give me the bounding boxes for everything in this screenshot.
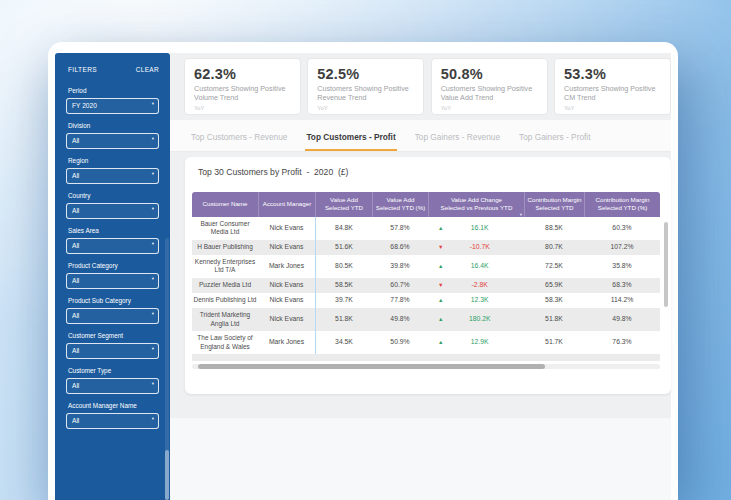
column-header-contribution-margin-selected-ytd[interactable]: Contribution Margin Selected YTD (%): [584, 192, 660, 217]
kpi-value: 50.8%: [441, 66, 538, 82]
filter-dropdown[interactable]: All ▾: [66, 238, 159, 254]
filter-dropdown[interactable]: All ▾: [66, 308, 159, 324]
kpi-label: Customers Showing Positive Volume Trend: [194, 84, 291, 103]
filter-division: Division All ▾: [66, 122, 159, 149]
table-horizontal-scrollbar: [192, 364, 660, 369]
cell-customer-name: Dennis Publishing Ltd: [192, 293, 258, 308]
column-header-account-manager[interactable]: Account Manager: [258, 192, 315, 217]
filter-label: Product Sub Category: [68, 297, 159, 304]
filter-dropdown[interactable]: All ▾: [66, 168, 159, 184]
tab-top-customers-profit[interactable]: Top Customers - Profit: [305, 123, 396, 151]
filter-value: All: [72, 417, 153, 424]
filter-dropdown[interactable]: All ▾: [66, 273, 159, 289]
cell-contribution-margin-ytd: 88.5K: [524, 217, 584, 240]
cell-customer-name: The Law Society of England & Wales: [192, 331, 258, 354]
filter-dropdown[interactable]: All ▾: [66, 343, 159, 359]
table-horizontal-scrollbar-thumb[interactable]: [198, 364, 545, 369]
filter-list: Period FY 2020 ▾ Division All ▾ Region A…: [55, 73, 170, 429]
chevron-down-icon: ▾: [152, 381, 154, 386]
kpi-value: 62.3%: [194, 66, 291, 82]
cell-value-add-ytd: 58.5K: [315, 278, 372, 293]
tab-bar: Top Customers - Revenue Top Customers - …: [170, 120, 671, 152]
cell-value-add-pct: 50.9%: [372, 331, 428, 354]
cell-value-add-ytd: 80.5K: [315, 255, 372, 278]
filter-label: Country: [68, 192, 159, 199]
filter-dropdown[interactable]: All ▾: [66, 378, 159, 394]
cell-customer-name: Kennedy Enterprises Ltd T/A: [192, 255, 258, 278]
table-header-row: Customer Name Account Manager Value Add …: [192, 192, 660, 217]
table-row: Dennis Publishing Ltd Nick Evans 39.7K 7…: [192, 293, 660, 308]
tab-top-customers-revenue[interactable]: Top Customers - Revenue: [190, 123, 288, 151]
chevron-down-icon: ▾: [152, 276, 154, 281]
cell-contribution-margin-pct: 107.2%: [584, 240, 660, 255]
cell-contribution-margin-pct: 60.3%: [584, 217, 660, 240]
filter-product-sub-category: Product Sub Category All ▾: [66, 297, 159, 324]
chevron-down-icon: ▾: [152, 311, 154, 316]
cell-contribution-margin-ytd: 80.7K: [524, 240, 584, 255]
kpi-period-label: YoY: [564, 105, 661, 111]
filter-value: All: [72, 172, 153, 179]
filter-label: Product Category: [68, 262, 159, 269]
cell-contribution-margin-pct: 76.3%: [584, 331, 660, 354]
table-row: Kennedy Enterprises Ltd T/A Mark Jones 8…: [192, 255, 660, 278]
column-header-value-add-selected-ytd[interactable]: Value Add Selected YTD (%): [372, 192, 428, 217]
customers-table: Customer Name Account Manager Value Add …: [192, 192, 660, 369]
cell-value-add-ytd: 84.8K: [315, 217, 372, 240]
filter-value: All: [72, 382, 153, 389]
cell-value-add-pct: 57.8%: [372, 217, 428, 240]
cell-value-add-ytd: 34.5K: [315, 331, 372, 354]
cell-contribution-margin-ytd: 58.3K: [524, 293, 584, 308]
partial-next-row: [192, 354, 660, 361]
filter-value: All: [72, 242, 153, 249]
cell-customer-name: H Bauer Publishing: [192, 240, 258, 255]
filter-label: Account Manager Name: [68, 402, 159, 409]
filter-country: Country All ▾: [66, 192, 159, 219]
table-row: H Bauer Publishing Nick Evans 51.6K 68.6…: [192, 240, 660, 255]
tab-top-gainers-profit[interactable]: Top Gainers - Profit: [518, 123, 591, 151]
clear-filters-button[interactable]: CLEAR: [136, 66, 159, 73]
column-header-label: Value Add Change Selected vs Previous YT…: [441, 196, 513, 213]
content-lower-area: [170, 418, 671, 500]
column-header-value-add-selected-ytd[interactable]: Value Add Selected YTD: [315, 192, 372, 217]
filter-value: All: [72, 277, 153, 284]
filter-customer-type: Customer Type All ▾: [66, 367, 159, 394]
filter-period: Period FY 2020 ▾: [66, 87, 159, 114]
column-header-customer-name[interactable]: Customer Name: [192, 192, 258, 217]
cell-value-add-pct: 68.6%: [372, 240, 428, 255]
tab-top-gainers-revenue[interactable]: Top Gainers - Revenue: [414, 123, 501, 151]
chevron-down-icon: ▾: [152, 416, 154, 421]
cell-value-add-change: ▼ -10.7K: [428, 240, 524, 255]
table-vertical-scrollbar-thumb[interactable]: [664, 222, 668, 307]
filter-value: All: [72, 207, 153, 214]
change-value: 16.4K: [443, 262, 516, 271]
kpi-period-label: YoY: [194, 105, 291, 111]
filters-title: FILTERS: [68, 66, 97, 73]
cell-customer-name: Puzzler Media Ltd: [192, 278, 258, 293]
cell-contribution-margin-ytd: 51.7K: [524, 331, 584, 354]
filter-value: All: [72, 347, 153, 354]
column-header-value-add-change-selected-vs-previous-ytd[interactable]: Value Add Change Selected vs Previous YT…: [428, 192, 524, 217]
cell-value-add-ytd: 51.6K: [315, 240, 372, 255]
column-header-contribution-margin-selected-ytd[interactable]: Contribution Margin Selected YTD: [524, 192, 584, 217]
kpi-card: 50.8% Customers Showing Positive Value A…: [431, 58, 548, 115]
sort-caret-icon: ▾: [520, 212, 522, 218]
filter-dropdown[interactable]: All ▾: [66, 133, 159, 149]
filter-sales-area: Sales Area All ▾: [66, 227, 159, 254]
filter-dropdown[interactable]: All ▾: [66, 203, 159, 219]
main-content: 62.3% Customers Showing Positive Volume …: [170, 53, 671, 418]
cell-account-manager: Mark Jones: [258, 255, 315, 278]
filter-dropdown[interactable]: All ▾: [66, 413, 159, 429]
change-value: 16.1K: [443, 224, 516, 233]
table-row: The Law Society of England & Wales Mark …: [192, 331, 660, 354]
table-body: Bauer Consumer Media Ltd Nick Evans 84.8…: [192, 217, 660, 355]
change-value: -10.7K: [443, 243, 516, 252]
cell-contribution-margin-pct: 68.3%: [584, 278, 660, 293]
column-header-label: Value Add Selected YTD (%): [376, 196, 425, 213]
cell-contribution-margin-pct: 114.2%: [584, 293, 660, 308]
filter-dropdown[interactable]: FY 2020 ▾: [66, 98, 159, 114]
sidebar-scrollbar-thumb[interactable]: [165, 450, 169, 500]
dashboard-window: FILTERS CLEAR Period FY 2020 ▾ Division …: [48, 42, 678, 500]
kpi-label: Customers Showing Positive Value Add Tre…: [441, 84, 538, 103]
chevron-down-icon: ▾: [152, 101, 154, 106]
cell-value-add-pct: 39.8%: [372, 255, 428, 278]
